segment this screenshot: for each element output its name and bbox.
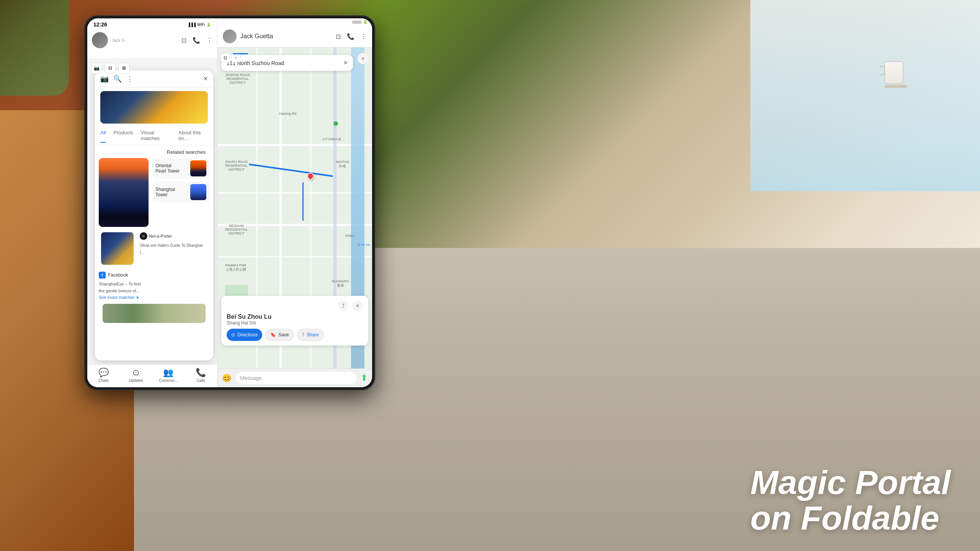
communities-icon: 👥 (163, 368, 173, 378)
map-tool-2[interactable]: − (231, 53, 240, 62)
map-tool-1[interactable]: ⊡ (220, 53, 230, 62)
maps-action-buttons: ⊙ Directions 🔖 Save ⤴ Share (227, 329, 363, 341)
maps-action-icons: ⊡ 📞 ⋮ (336, 33, 367, 40)
np-article-title: Olivia von Halle's Guide To Shanghai |..… (140, 243, 203, 254)
calls-icon: 📞 (196, 368, 206, 378)
share-button[interactable]: ⤴ Share (297, 329, 324, 341)
share-icon: ⤴ (302, 332, 304, 337)
save-icon: 🔖 (270, 332, 276, 337)
main-result-image (99, 158, 149, 227)
battery-icon: 🔋 (206, 23, 211, 27)
send-button[interactable]: ⬆ (361, 373, 368, 383)
net-a-porter-img (101, 232, 134, 265)
chats-icon: 💬 (98, 368, 109, 378)
lens-close-btn[interactable]: × (203, 74, 208, 83)
nav-updates[interactable]: ⊙ Updates (120, 368, 152, 383)
nav-calls[interactable]: 📞 Calls (185, 368, 217, 383)
magic-portal-line1: Magic Portal (750, 465, 980, 500)
status-bar-left: 12:26 ▐▐▐ WiFi 🔋 (87, 18, 217, 29)
battery-indicator: 🔋 (363, 20, 368, 24)
phone-screen: 12:26 ▐▐▐ WiFi 🔋 Jack G... ⊡ 📞 ⋮ (87, 18, 372, 387)
route-line-1 (249, 163, 333, 177)
preview-image-content (100, 91, 208, 124)
tab-about-image[interactable]: About this im... (178, 130, 208, 143)
fb-source-name: Facebook (108, 272, 128, 278)
fb-header: f Facebook (99, 272, 209, 279)
facebook-result[interactable]: f Facebook ShanghaiEye – To feelthe gent… (99, 269, 209, 302)
close-btn-circle[interactable]: × (358, 53, 368, 64)
district-orient: Orien... (345, 234, 357, 238)
contact-label: Jack G... (112, 38, 128, 42)
nav-communities[interactable]: 👥 Commun... (152, 368, 185, 383)
phone-icon[interactable]: 📞 (193, 37, 200, 44)
lens-toolbar: 📷 ⊟ ⊞ (91, 63, 129, 73)
results-grid: OrientalPearl Tower ShanghaiTower (99, 158, 209, 227)
map-indicator-active (233, 53, 248, 54)
panel-close-icon-btn[interactable]: × (352, 300, 363, 311)
video-call-icon[interactable]: ⊡ (181, 37, 186, 44)
share-icon-btn[interactable]: ⤴ (338, 300, 348, 311)
indicator-area (87, 51, 217, 59)
pearl-tower-img (190, 160, 206, 176)
minimize-btn[interactable]: ⊟ (105, 63, 116, 73)
left-panel-whatsapp: 12:26 ▐▐▐ WiFi 🔋 Jack G... ⊡ 📞 ⋮ (87, 18, 217, 387)
bottom-preview-image (103, 304, 206, 323)
related-item-shanghai-tower[interactable]: ShanghaiTower (152, 182, 209, 202)
lens-search-icon[interactable]: 🔍 (113, 75, 122, 83)
related-searches-label: Related searches (99, 149, 209, 155)
map-close-btn[interactable]: × (358, 53, 368, 64)
pearl-tower-label: OrientalPearl Tower (155, 163, 180, 174)
related-item-pearl-tower[interactable]: OrientalPearl Tower (152, 158, 209, 179)
more-icon[interactable]: ⋮ (206, 37, 212, 44)
tab-visual-matches[interactable]: Visual matches (141, 130, 171, 143)
emoji-button[interactable]: 😊 (222, 373, 232, 383)
shanghai-tower-img (190, 184, 206, 200)
maps-header: Jack Guetta ⊡ 📞 ⋮ (217, 26, 372, 47)
save-button[interactable]: 🔖 Save (265, 329, 294, 341)
np-source: Net-a-Porter (149, 234, 172, 238)
see-exact-matches-link[interactable]: See exact matches ➤ (99, 295, 209, 300)
directions-label: Directions (237, 332, 258, 337)
road-h1 (217, 144, 372, 146)
expand-btn[interactable]: ⊞ (119, 63, 129, 73)
lens-header-icons: 📷 🔍 ⋮ (100, 75, 133, 83)
map-background: JOSHAN ROADRESIDENTIALDISTRICT ZHAPU ROA… (217, 47, 372, 368)
street-popup-close[interactable]: × (343, 59, 348, 67)
foldable-phone: 12:26 ▐▐▐ WiFi 🔋 Jack G... ⊡ 📞 ⋮ (84, 15, 375, 390)
camera-tool-btn[interactable]: 📷 (91, 63, 102, 73)
panel-top-icons: ⤴ × (227, 300, 363, 311)
district-zhapu: ZHAPU ROADRESIDENTIALDISTRICT (225, 160, 248, 171)
chat-header-icons: ⊡ 📞 ⋮ (181, 37, 212, 44)
contact-name-right: Jack Guetta (240, 33, 273, 40)
route-line-2 (302, 182, 304, 221)
shanghai-tower-label: ShanghaiTower (155, 187, 175, 197)
net-a-porter-result[interactable]: N Net-a-Porter Olivia von Halle's Guide … (99, 230, 209, 267)
video-icon-right[interactable]: ⊡ (336, 33, 341, 40)
map-toolbar: ⊡ − (220, 53, 240, 62)
tab-all[interactable]: All (100, 130, 106, 143)
message-input-field[interactable]: Message (235, 372, 357, 384)
message-bar: 😊 Message ⬆ (217, 368, 372, 387)
phone-icon-right[interactable]: 📞 (347, 33, 354, 40)
google-lens-overlay: 📷 🔍 ⋮ × All Products Visual (95, 70, 213, 360)
signal-icon: ▐▐▐ (188, 23, 196, 27)
updates-label: Updates (129, 378, 143, 383)
facebook-icon: f (99, 272, 106, 279)
tab-products[interactable]: Products (113, 130, 133, 143)
label-haining: Haining Rd (279, 112, 297, 116)
nav-chats[interactable]: 💬 Chats (87, 368, 120, 383)
location-name: Bei Su Zhou Lu (227, 313, 363, 320)
search-tabs: All Products Visual matches About this i… (95, 127, 213, 145)
search-results-container: Related searches (95, 145, 213, 360)
directions-button[interactable]: ⊙ Directions (227, 329, 262, 341)
lens-more-icon[interactable]: ⋮ (126, 75, 133, 83)
chat-content-area: 📷 ⊟ ⊞ Related searches 🔒 📷 (87, 59, 217, 364)
contact-avatar-right (223, 29, 237, 43)
lens-camera-icon[interactable]: 📷 (100, 75, 109, 83)
magic-portal-line2: on Foldable (750, 500, 980, 536)
chats-label: Chats (98, 378, 108, 383)
more-icon-right[interactable]: ⋮ (361, 33, 367, 40)
road-h2 (217, 192, 372, 194)
message-placeholder: Message (240, 375, 262, 381)
district-waitan: WAITAN外滩 (336, 160, 349, 169)
